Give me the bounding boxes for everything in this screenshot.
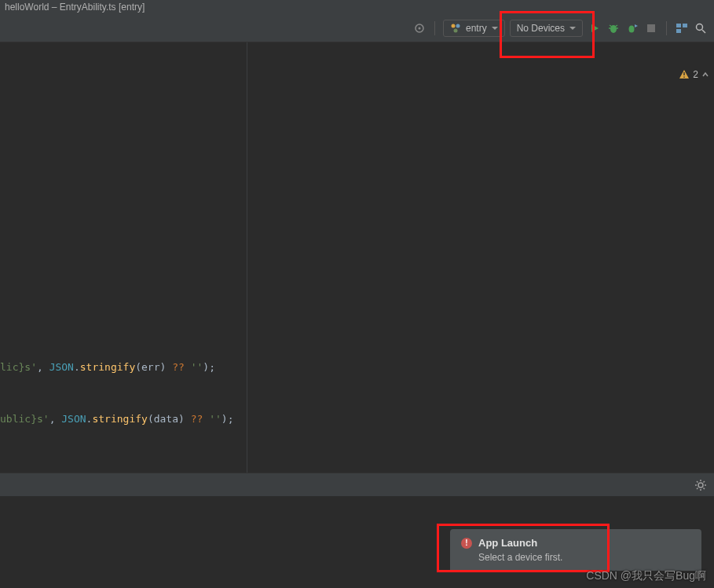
svg-line-30 (704, 481, 705, 483)
svg-point-22 (698, 483, 703, 488)
svg-rect-14 (676, 24, 681, 27)
editor-area: lic}s', JSON.stringify(err) ?? ''); ubli… (0, 42, 714, 473)
window-title: helloWorld – EntryAbility.ts [entry] (0, 0, 714, 14)
debug-icon[interactable] (606, 21, 621, 35)
bottom-toolbar (0, 473, 714, 496)
code-line: lic}s', JSON.stringify(err) ?? ''); (0, 361, 215, 373)
toolbar-divider (434, 21, 435, 35)
svg-line-29 (697, 488, 698, 489)
code-line: ublic}s', JSON.stringify(data) ?? ''); (0, 413, 233, 425)
stop-icon[interactable] (644, 21, 658, 35)
svg-point-2 (451, 24, 455, 27)
gear-icon[interactable] (694, 478, 708, 492)
module-dropdown[interactable]: entry (443, 20, 505, 37)
svg-line-28 (704, 488, 705, 489)
svg-line-18 (702, 30, 705, 33)
svg-line-10 (615, 25, 617, 27)
module-icon (450, 23, 461, 34)
svg-point-4 (453, 28, 457, 32)
window-title-text: helloWorld – EntryAbility.ts [entry] (5, 2, 145, 13)
svg-rect-16 (676, 29, 681, 33)
svg-line-27 (697, 481, 698, 483)
svg-rect-15 (683, 24, 687, 27)
watermark: CSDN @我只会写Bug啊 (586, 569, 706, 583)
highlight-notification (437, 524, 610, 572)
svg-rect-13 (647, 24, 655, 32)
chevron-down-icon (492, 27, 498, 30)
right-editor-pane[interactable] (247, 42, 714, 473)
svg-point-11 (629, 25, 635, 32)
svg-point-1 (418, 27, 420, 29)
svg-marker-12 (635, 24, 638, 27)
attach-debug-icon[interactable] (625, 21, 639, 35)
left-editor-pane[interactable]: lic}s', JSON.stringify(err) ?? ''); ubli… (0, 42, 247, 473)
svg-line-9 (610, 25, 612, 27)
svg-point-3 (456, 24, 460, 27)
module-dropdown-label: entry (466, 23, 487, 34)
sync-icon[interactable] (412, 21, 427, 35)
toolbar-divider (666, 21, 667, 35)
structure-icon[interactable] (675, 21, 689, 35)
svg-point-17 (697, 24, 703, 30)
search-icon[interactable] (694, 21, 708, 35)
main-toolbar: entry No Devices (0, 14, 714, 42)
